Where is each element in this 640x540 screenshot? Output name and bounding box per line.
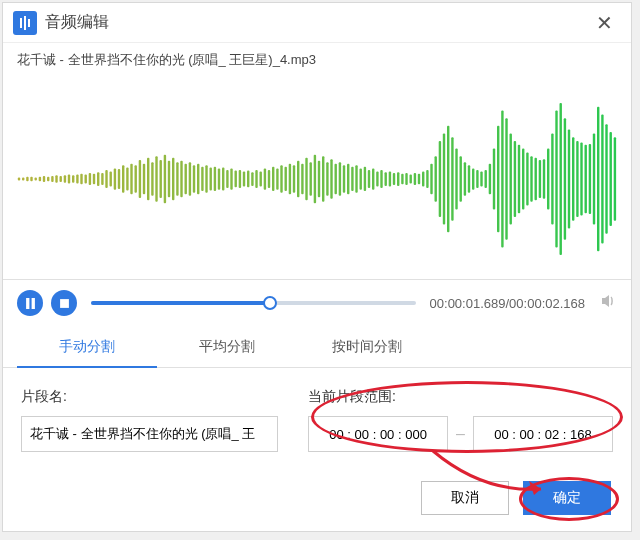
- time-current: 00:00:01.689: [430, 296, 506, 311]
- segment-name-input[interactable]: [21, 416, 278, 452]
- ok-button[interactable]: 确定: [523, 481, 611, 515]
- stop-button[interactable]: [51, 290, 77, 316]
- progress-knob[interactable]: [263, 296, 277, 310]
- svg-rect-2: [26, 177, 28, 182]
- svg-rect-93: [405, 173, 407, 185]
- svg-rect-103: [447, 126, 449, 232]
- svg-rect-132: [568, 130, 570, 229]
- svg-rect-51: [230, 168, 232, 189]
- segment-name-label: 片段名:: [21, 388, 278, 406]
- svg-rect-95: [414, 173, 416, 185]
- close-icon[interactable]: ✕: [588, 7, 621, 39]
- svg-rect-124: [535, 158, 537, 201]
- svg-rect-66: [293, 165, 295, 192]
- titlebar: 音频编辑 ✕: [3, 3, 631, 43]
- svg-rect-111: [480, 171, 482, 186]
- dialog-title: 音频编辑: [45, 12, 588, 33]
- svg-rect-15: [80, 174, 82, 185]
- svg-rect-106: [460, 156, 462, 202]
- range-start-input[interactable]: [308, 416, 448, 452]
- svg-rect-108: [468, 165, 470, 192]
- svg-rect-36: [168, 161, 170, 198]
- svg-rect-113: [489, 164, 491, 194]
- svg-rect-90: [393, 173, 395, 185]
- svg-rect-65: [289, 164, 291, 194]
- svg-rect-73: [322, 156, 324, 202]
- svg-rect-96: [418, 174, 420, 185]
- svg-rect-76: [335, 164, 337, 194]
- svg-rect-87: [380, 170, 382, 188]
- volume-icon[interactable]: [599, 292, 617, 314]
- svg-rect-82: [360, 168, 362, 189]
- range-end-input[interactable]: [473, 416, 613, 452]
- svg-rect-35: [164, 155, 166, 204]
- svg-rect-99: [430, 164, 432, 194]
- tab-time-split[interactable]: 按时间分割: [297, 328, 437, 368]
- svg-rect-97: [422, 171, 424, 186]
- svg-rect-81: [355, 165, 357, 192]
- svg-rect-50: [226, 170, 228, 188]
- svg-rect-143: [614, 137, 616, 221]
- svg-rect-67: [297, 161, 299, 198]
- svg-rect-128: [551, 133, 553, 224]
- svg-rect-43: [197, 164, 199, 194]
- svg-rect-104: [451, 137, 453, 221]
- dialog-buttons: 取消 确定: [421, 481, 611, 515]
- svg-rect-48: [218, 168, 220, 189]
- pause-button[interactable]: [17, 290, 43, 316]
- svg-rect-21: [105, 170, 107, 188]
- svg-rect-46: [210, 168, 212, 191]
- waveform-display[interactable]: [17, 79, 617, 279]
- svg-rect-70: [310, 162, 312, 195]
- svg-rect-7: [47, 177, 49, 182]
- tab-manual-split[interactable]: 手动分割: [17, 328, 157, 368]
- svg-rect-3: [30, 177, 32, 182]
- svg-rect-129: [555, 111, 557, 248]
- svg-rect-5: [39, 177, 41, 182]
- svg-rect-139: [597, 107, 599, 251]
- svg-rect-57: [255, 170, 257, 188]
- svg-rect-68: [301, 164, 303, 194]
- svg-rect-112: [485, 170, 487, 188]
- svg-rect-133: [572, 137, 574, 221]
- svg-rect-49: [222, 168, 224, 191]
- svg-rect-27: [130, 164, 132, 194]
- svg-rect-83: [364, 167, 366, 191]
- svg-rect-130: [560, 103, 562, 255]
- svg-rect-91: [397, 172, 399, 186]
- svg-rect-20: [101, 173, 103, 185]
- svg-rect-47: [214, 167, 216, 191]
- svg-rect-33: [155, 156, 157, 202]
- svg-rect-98: [426, 170, 428, 188]
- range-separator: –: [456, 425, 465, 443]
- svg-rect-6: [43, 176, 45, 182]
- svg-rect-115: [497, 126, 499, 232]
- svg-rect-56: [251, 172, 253, 186]
- svg-rect-40: [185, 164, 187, 194]
- svg-rect-79: [347, 164, 349, 194]
- svg-rect-118: [510, 133, 512, 224]
- svg-rect-88: [385, 172, 387, 186]
- svg-rect-84: [368, 170, 370, 188]
- svg-rect-121: [522, 149, 524, 210]
- svg-rect-54: [243, 171, 245, 186]
- svg-rect-119: [514, 141, 516, 217]
- svg-rect-145: [31, 298, 34, 309]
- svg-rect-41: [189, 162, 191, 195]
- svg-rect-92: [401, 174, 403, 185]
- svg-rect-127: [547, 149, 549, 210]
- cancel-button[interactable]: 取消: [421, 481, 509, 515]
- svg-rect-37: [172, 158, 174, 201]
- svg-rect-39: [180, 161, 182, 198]
- range-row: –: [308, 416, 613, 452]
- svg-rect-38: [176, 162, 178, 195]
- svg-rect-10: [60, 176, 62, 182]
- svg-rect-58: [260, 171, 262, 186]
- progress-bar[interactable]: [91, 301, 416, 305]
- svg-rect-136: [585, 145, 587, 213]
- svg-rect-107: [464, 162, 466, 195]
- tab-average-split[interactable]: 平均分割: [157, 328, 297, 368]
- audio-edit-dialog: 音频编辑 ✕ 花千诚 - 全世界挡不住你的光 (原唱_ 王巨星)_4.mp3 0…: [2, 2, 632, 532]
- form-area: 片段名: 当前片段范围: –: [3, 368, 631, 472]
- svg-rect-29: [139, 160, 141, 198]
